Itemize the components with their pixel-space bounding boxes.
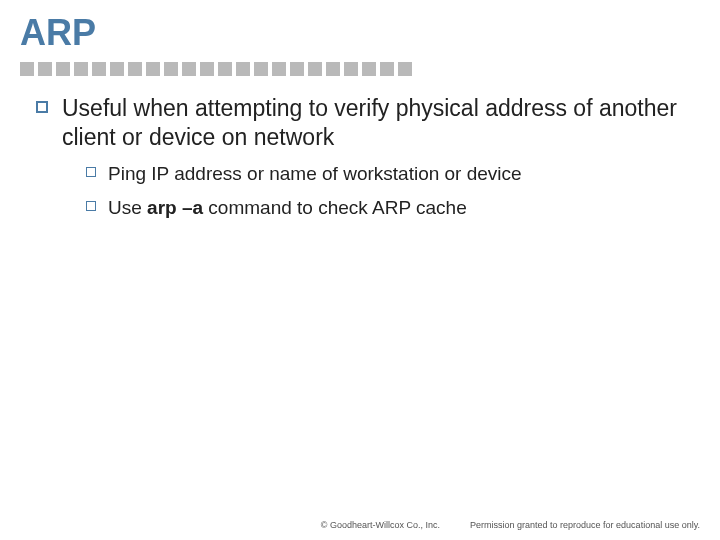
separator-square-icon [128, 62, 142, 76]
separator-square-icon [146, 62, 160, 76]
footer-permission: Permission granted to reproduce for educ… [470, 520, 700, 530]
sub-bullet-list: Ping IP address or name of workstation o… [86, 162, 680, 221]
separator-square-icon [272, 62, 286, 76]
separator-square-icon [362, 62, 376, 76]
main-bullet-item: Useful when attempting to verify physica… [36, 94, 680, 152]
separator-square-icon [200, 62, 214, 76]
main-bullet-text: Useful when attempting to verify physica… [62, 94, 680, 152]
square-bullet-icon [86, 167, 96, 177]
square-bullet-icon [36, 101, 48, 113]
separator-square-icon [182, 62, 196, 76]
separator-square-icon [74, 62, 88, 76]
square-bullet-icon [86, 201, 96, 211]
separator-square-icon [38, 62, 52, 76]
separator-square-icon [254, 62, 268, 76]
footer: © Goodheart-Willcox Co., Inc. Permission… [321, 520, 700, 530]
separator-square-icon [164, 62, 178, 76]
sub-bullet-text: Use arp –a command to check ARP cache [108, 196, 467, 221]
content-area: Useful when attempting to verify physica… [0, 94, 720, 221]
separator-square-icon [236, 62, 250, 76]
separator-square-icon [308, 62, 322, 76]
separator-square-icon [344, 62, 358, 76]
footer-copyright: © Goodheart-Willcox Co., Inc. [321, 520, 440, 530]
separator-square-icon [218, 62, 232, 76]
separator-square-icon [398, 62, 412, 76]
separator-square-icon [290, 62, 304, 76]
separator-square-icon [20, 62, 34, 76]
separator-square-icon [110, 62, 124, 76]
separator-square-icon [56, 62, 70, 76]
separator-square-icon [380, 62, 394, 76]
separator-square-icon [326, 62, 340, 76]
sub-bullet-suffix: command to check ARP cache [203, 197, 467, 218]
sub-bullet-prefix: Use [108, 197, 147, 218]
slide-title: ARP [0, 0, 720, 62]
separator-bar [0, 62, 720, 76]
sub-bullet-bold: arp –a [147, 197, 203, 218]
separator-square-icon [92, 62, 106, 76]
sub-bullet-item: Use arp –a command to check ARP cache [86, 196, 680, 221]
sub-bullet-text: Ping IP address or name of workstation o… [108, 162, 522, 187]
sub-bullet-item: Ping IP address or name of workstation o… [86, 162, 680, 187]
